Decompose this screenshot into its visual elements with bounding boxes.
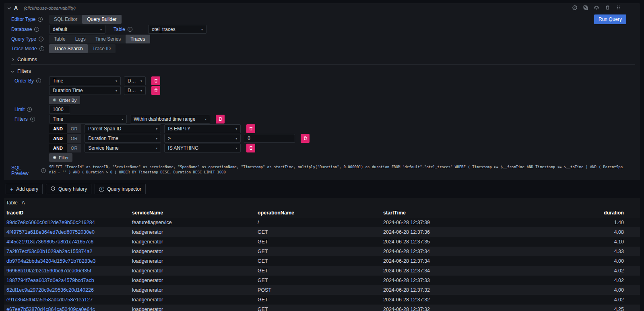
run-query-button[interactable]: Run Query — [594, 14, 626, 24]
trace-id-link[interactable]: 7a2f07ecf63c60b1029ab2ac155874a2 — [4, 247, 130, 256]
grip-icon — [616, 5, 621, 11]
option-sql-editor[interactable]: SQL Editor — [49, 15, 82, 24]
option-traces[interactable]: Traces — [126, 35, 150, 43]
option-trace-id[interactable]: Trace ID — [88, 44, 116, 53]
copy-icon — [583, 5, 588, 12]
filter-field-select[interactable]: Parent Span ID — [85, 124, 161, 133]
order-by-row: Duration Time DESC — [11, 86, 635, 95]
filter-field-select[interactable]: Service Name — [85, 144, 161, 152]
table-cell: GET — [255, 237, 381, 247]
trace-id-link[interactable]: e67ee7b53870d4c864ca50409ca0e64c — [4, 305, 130, 311]
remove-query-button[interactable] — [604, 5, 611, 11]
info-icon[interactable] — [128, 27, 132, 32]
remove-filter-button[interactable] — [246, 124, 255, 133]
table-cell: 4.02 — [506, 266, 640, 276]
filter-operator-select[interactable]: > — [164, 134, 241, 143]
filter-condition-row: AND OR Duration Time > 0 — [11, 134, 635, 143]
trace-id-link[interactable]: 4f497571a618e364ed7ded60752030e0 — [4, 227, 130, 237]
info-icon[interactable] — [39, 37, 43, 41]
remove-order-by-button[interactable] — [151, 86, 160, 95]
order-by-label: Order By — [11, 78, 46, 84]
limit-input[interactable]: 1000 — [49, 105, 70, 114]
trace-mode-row: Trace Mode Trace Search Trace ID — [11, 44, 635, 53]
table-cell: loadgenerator — [130, 285, 255, 295]
disable-query-button[interactable] — [572, 5, 578, 11]
trace-id-link[interactable]: db9704a2bbda34204d159c71b78283e3 — [4, 256, 130, 266]
add-filter-button[interactable]: Filter — [49, 153, 72, 162]
info-icon[interactable] — [39, 46, 44, 51]
trace-id-link[interactable]: e91c3645f04fa5e58adcd0758e1ea127 — [4, 295, 130, 305]
trace-id-link[interactable]: 89dc7e8c6060c0d12de7e9b50c216284 — [4, 218, 130, 227]
duplicate-query-button[interactable] — [582, 5, 589, 11]
collapse-query-icon[interactable] — [8, 6, 11, 9]
col-header-starttime[interactable]: startTime — [381, 208, 506, 218]
time-range-operator-select[interactable]: Within dashboard time range — [130, 115, 210, 124]
remove-filter-button[interactable] — [246, 144, 255, 152]
col-header-traceid[interactable]: traceID — [4, 208, 130, 218]
trace-id-link[interactable]: 96968b10fa2b2c1590bc67dea06ef35f — [4, 266, 130, 276]
info-icon[interactable] — [34, 27, 39, 32]
filter-value-input[interactable]: 0 — [244, 134, 295, 143]
table-select[interactable]: otel_traces — [148, 25, 206, 34]
order-by-direction-select[interactable]: DESC — [124, 86, 146, 95]
remove-order-by-button[interactable] — [151, 76, 160, 85]
select-value: IS ANYTHING — [168, 145, 232, 151]
conjunction-toggle: AND OR — [49, 124, 81, 133]
or-option[interactable]: OR — [67, 144, 82, 152]
filters-section-header[interactable]: Filters — [11, 66, 635, 76]
info-icon[interactable] — [38, 17, 43, 22]
and-option[interactable]: AND — [49, 124, 67, 133]
database-select[interactable]: default — [49, 25, 105, 34]
and-option[interactable]: AND — [49, 144, 67, 152]
remove-filter-button[interactable] — [216, 115, 225, 124]
add-order-by-button[interactable]: Order By — [49, 96, 80, 104]
trace-id-link[interactable]: 4f45c21918c73698057a8b1c741657c6 — [4, 237, 130, 247]
query-history-button[interactable]: Query history — [46, 184, 91, 194]
info-circle-icon — [99, 187, 104, 192]
select-value: > — [168, 136, 232, 141]
drag-handle[interactable] — [615, 5, 621, 11]
info-icon[interactable] — [41, 168, 46, 173]
table-cell: 2024-06-28 12:37:32 — [381, 305, 506, 311]
table-cell: loadgenerator — [130, 227, 255, 237]
filter-operator-select[interactable]: IS ANYTHING — [164, 144, 241, 152]
info-icon[interactable] — [27, 107, 32, 112]
info-icon[interactable] — [30, 117, 35, 122]
col-header-servicename[interactable]: serviceName — [130, 208, 255, 218]
option-time-series[interactable]: Time Series — [91, 35, 126, 43]
plus-circle-icon — [53, 155, 56, 160]
select-value: DESC — [128, 88, 137, 93]
trace-id-link[interactable]: 62df1ec9a29728c9e29536c20d140226 — [4, 285, 130, 295]
filter-field-select[interactable]: Time — [49, 115, 127, 124]
option-trace-search[interactable]: Trace Search — [49, 44, 88, 53]
order-by-field-select[interactable]: Duration Time — [49, 86, 121, 95]
add-query-button[interactable]: Add query — [6, 184, 43, 194]
col-header-operationname[interactable]: operationName — [255, 208, 381, 218]
columns-section-header[interactable]: Columns — [11, 54, 635, 65]
hide-response-button[interactable] — [593, 5, 600, 11]
option-query-builder[interactable]: Query Builder — [82, 15, 121, 24]
option-table[interactable]: Table — [49, 35, 70, 43]
select-value: otel_traces — [152, 27, 198, 32]
results-table: traceID serviceName operationName startT… — [4, 208, 640, 311]
chevron-down-icon — [201, 28, 203, 31]
info-icon[interactable] — [36, 78, 41, 83]
table-cell: GET — [255, 266, 381, 276]
editor-type-row: Editor Type SQL Editor Query Builder Run… — [11, 14, 635, 24]
order-by-direction-select[interactable]: DESC — [124, 76, 146, 85]
option-logs[interactable]: Logs — [70, 35, 91, 43]
order-by-field-select[interactable]: Time — [49, 76, 121, 85]
or-option[interactable]: OR — [67, 124, 82, 133]
trace-id-link[interactable]: 1887794f7eaa6037d0e2a4579bcd7acb — [4, 276, 130, 285]
table-row: 62df1ec9a29728c9e29536c20d140226 loadgen… — [4, 285, 640, 295]
query-inspector-button[interactable]: Query inspector — [95, 184, 146, 194]
or-option[interactable]: OR — [67, 134, 82, 143]
panel-title[interactable]: Table - A — [4, 198, 640, 208]
remove-filter-button[interactable] — [301, 134, 310, 143]
and-option[interactable]: AND — [49, 134, 67, 143]
table-header-row: traceID serviceName operationName startT… — [4, 208, 640, 218]
filter-field-select[interactable]: Duration Time — [85, 134, 161, 143]
plus-icon — [10, 186, 13, 192]
filter-operator-select[interactable]: IS EMPTY — [164, 124, 241, 133]
col-header-duration[interactable]: duration — [506, 208, 640, 218]
